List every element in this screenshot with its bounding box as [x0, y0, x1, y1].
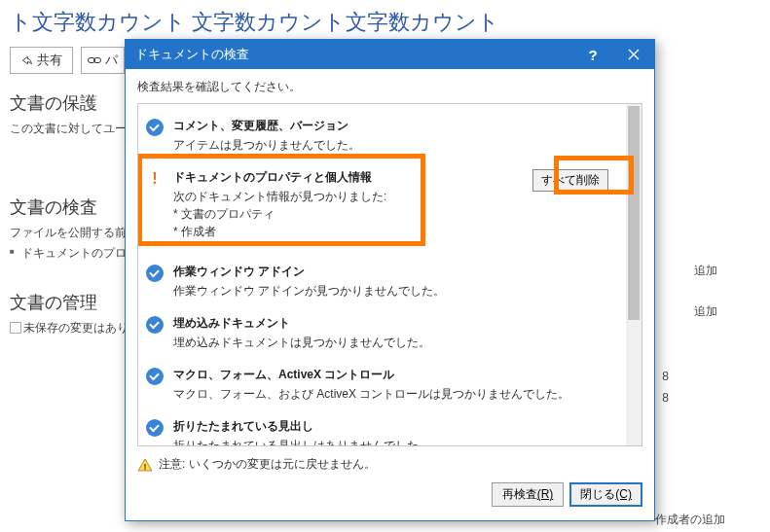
- share-button[interactable]: 共有: [10, 47, 73, 74]
- side-text-author[interactable]: 作成者の追加: [655, 512, 725, 528]
- item-title: コメント、変更履歴、バージョン: [173, 118, 614, 134]
- result-item-collapsed-headings: 折りたたまれている見出し 折りたたまれている見出しはありませんでした。: [138, 412, 622, 445]
- dialog-warning: ! 注意: いくつかの変更は元に戻せません。: [126, 446, 654, 482]
- check-icon: [146, 265, 164, 282]
- result-list: コメント、変更履歴、バージョン アイテムは見つかりませんでした。 ! ドキュメン…: [138, 104, 626, 445]
- item-desc: 次のドキュメント情報が見つかりました: * 文書のプロパティ * 作成者: [173, 188, 525, 240]
- scrollbar[interactable]: [626, 104, 642, 445]
- result-item-embedded: 埋め込みドキュメント 埋め込みドキュメントは見つかりませんでした。: [138, 309, 622, 361]
- share-label: 共有: [37, 52, 62, 69]
- side-text-add1[interactable]: 追加: [694, 263, 717, 279]
- item-desc: 埋め込みドキュメントは見つかりませんでした。: [173, 334, 614, 351]
- link-partial-label: パ: [105, 52, 118, 69]
- item-title: ドキュメントのプロパティと個人情報: [173, 169, 525, 186]
- link-icon: [88, 55, 101, 65]
- side-text-8b: 8: [662, 391, 669, 405]
- share-icon: [20, 54, 32, 66]
- item-title: マクロ、フォーム、ActiveX コントロール: [173, 367, 614, 383]
- close-button[interactable]: 閉じる(C): [569, 482, 642, 507]
- check-icon: [146, 316, 164, 334]
- check-icon: [146, 119, 164, 136]
- dialog-close-button[interactable]: [613, 40, 654, 69]
- check-icon: [146, 368, 164, 385]
- item-title: 埋め込みドキュメント: [173, 315, 614, 332]
- result-item-taskpane: 作業ウィンドウ アドイン 作業ウィンドウ アドインが見つかりませんでした。: [138, 258, 622, 309]
- document-inspector-dialog: ドキュメントの検査 ? 検査結果を確認してください。 コメント、変更履歴、バージ…: [125, 39, 655, 521]
- side-text-add2[interactable]: 追加: [694, 303, 717, 320]
- check-icon: [146, 419, 164, 437]
- warning-icon: !: [137, 458, 153, 472]
- scrollbar-thumb[interactable]: [628, 106, 640, 320]
- item-desc: マクロ、フォーム、および ActiveX コントロールは見つかりませんでした。: [173, 385, 614, 403]
- alert-icon: !: [146, 170, 164, 188]
- dialog-titlebar: ドキュメントの検査 ?: [126, 40, 654, 69]
- close-icon: [628, 49, 640, 60]
- link-button[interactable]: パ: [81, 47, 125, 74]
- item-desc: アイテムは見つかりませんでした。: [173, 136, 614, 154]
- dialog-instruction: 検査結果を確認してください。: [126, 69, 654, 103]
- item-title: 作業ウィンドウ アドイン: [173, 264, 614, 280]
- side-text-8a: 8: [662, 370, 669, 383]
- dialog-title: ドキュメントの検査: [135, 46, 572, 63]
- warning-text: 注意: いくつかの変更は元に戻せません。: [159, 456, 376, 473]
- result-item-macros: マクロ、フォーム、ActiveX コントロール マクロ、フォーム、および Act…: [138, 361, 622, 412]
- item-desc: 作業ウィンドウ アドインが見つかりませんでした。: [173, 282, 614, 300]
- result-item-comments: コメント、変更履歴、バージョン アイテムは見つかりませんでした。: [138, 112, 622, 163]
- remove-all-button[interactable]: すべて削除: [532, 169, 608, 192]
- result-item-properties: ! ドキュメントのプロパティと個人情報 次のドキュメント情報が見つかりました: …: [138, 163, 622, 258]
- item-desc: 折りたたまれている見出しはありませんでした。: [173, 437, 614, 445]
- dialog-help-button[interactable]: ?: [572, 40, 613, 69]
- reinspect-button[interactable]: 再検査(R): [492, 482, 565, 507]
- svg-text:!: !: [144, 462, 147, 472]
- item-title: 折りたたまれている見出し: [173, 418, 614, 435]
- page-title: ト文字数カウント 文字数カウント文字数カウント: [0, 0, 770, 39]
